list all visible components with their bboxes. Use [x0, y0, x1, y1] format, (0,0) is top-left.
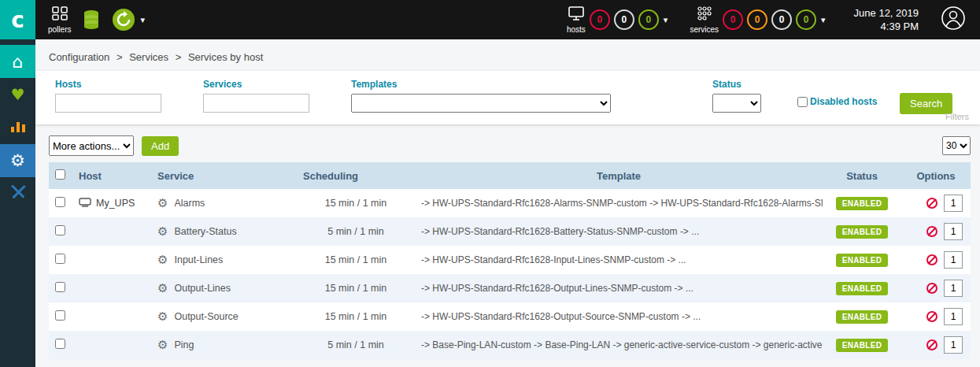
- service-name[interactable]: Input-Lines: [174, 254, 223, 265]
- duplicate-count-input[interactable]: [944, 251, 963, 269]
- home-icon: ⌂: [13, 52, 24, 72]
- service-name[interactable]: Output-Lines: [174, 283, 231, 294]
- sidebar-item-configuration[interactable]: ⚙: [0, 144, 35, 177]
- services-warning-counter[interactable]: 0: [747, 9, 767, 30]
- user-profile-icon[interactable]: [941, 6, 966, 34]
- hosts-menu[interactable]: hosts: [567, 6, 586, 34]
- host-name: [72, 302, 151, 331]
- templates-filter-select[interactable]: [351, 94, 611, 113]
- disable-icon[interactable]: [926, 254, 937, 265]
- column-header-template[interactable]: Template: [415, 162, 823, 189]
- column-header-status[interactable]: Status: [823, 162, 901, 189]
- services-filter-input[interactable]: [203, 94, 309, 113]
- duplicate-count-input[interactable]: [944, 280, 963, 297]
- breadcrumb-separator: >: [116, 51, 123, 63]
- pollers-menu[interactable]: pollers: [48, 6, 71, 34]
- services-icon: [697, 6, 712, 24]
- hosts-status-group: hosts 0 0 0 ▾: [567, 6, 668, 34]
- add-button[interactable]: Add: [142, 136, 179, 156]
- row-checkbox[interactable]: [55, 310, 65, 321]
- column-header-service[interactable]: Service: [151, 162, 297, 189]
- hosts-down-counter[interactable]: 0: [590, 9, 610, 30]
- table-row: ⚙ Battery-Status 5 min / 1 min -> HW-UPS…: [49, 217, 971, 246]
- service-name[interactable]: Alarms: [174, 198, 205, 209]
- page-size-select[interactable]: 30: [942, 136, 971, 155]
- row-checkbox[interactable]: [55, 254, 65, 264]
- service-name[interactable]: Battery-Status: [174, 226, 236, 237]
- status-badge: ENABLED: [836, 282, 888, 295]
- centreon-logo[interactable]: c: [0, 0, 35, 39]
- sidebar-item-home[interactable]: ⌂: [0, 45, 35, 78]
- services-chevron-down-icon[interactable]: ▾: [821, 15, 826, 25]
- hosts-unreachable-counter[interactable]: 0: [614, 9, 634, 30]
- filter-panel: Hosts Services Templates Status Disabled…: [35, 71, 980, 124]
- topbar: c pollers ▾: [0, 0, 980, 39]
- hosts-filter-input[interactable]: [55, 94, 161, 113]
- more-actions-select[interactable]: More actions...: [49, 135, 134, 156]
- service-gear-icon: ⚙: [157, 224, 168, 239]
- poller-status-icon[interactable]: [112, 8, 135, 32]
- host-name: [72, 246, 151, 274]
- duplicate-count-input[interactable]: [944, 195, 963, 212]
- scheduling-value: 15 min / 1 min: [297, 246, 415, 274]
- services-label: services: [690, 25, 719, 34]
- disable-icon[interactable]: [926, 339, 937, 350]
- table-row: ⚙ Output-Lines 15 min / 1 min -> HW-UPS-…: [49, 274, 971, 302]
- services-filter-label: Services: [203, 79, 309, 90]
- services-critical-counter[interactable]: 0: [723, 9, 743, 30]
- status-badge: ENABLED: [836, 254, 888, 267]
- date-text: June 12, 2019: [854, 6, 919, 20]
- table-header-row: Host Service Scheduling Template Status …: [49, 162, 971, 189]
- host-name: [72, 331, 151, 359]
- disable-icon[interactable]: [926, 311, 937, 322]
- hosts-icon: [568, 6, 584, 24]
- duplicate-count-input[interactable]: [944, 336, 963, 354]
- row-checkbox[interactable]: [55, 339, 65, 349]
- column-header-scheduling[interactable]: Scheduling: [297, 162, 415, 189]
- database-icon[interactable]: [82, 9, 101, 30]
- sidebar-item-monitoring[interactable]: ♥: [0, 78, 35, 111]
- hosts-up-counter[interactable]: 0: [638, 9, 659, 30]
- services-unknown-counter[interactable]: 0: [771, 9, 792, 30]
- column-header-host[interactable]: Host: [72, 162, 151, 189]
- status-filter-select[interactable]: [712, 94, 761, 113]
- main-content: Configuration > Services > Services by h…: [35, 39, 980, 367]
- search-button[interactable]: Search: [900, 93, 952, 114]
- table-row: My_UPS ⚙ Alarms 15 min / 1 min -> HW-UPS…: [49, 189, 971, 217]
- scheduling-value: 15 min / 1 min: [297, 274, 415, 302]
- host-name: [72, 274, 151, 302]
- host-name[interactable]: My_UPS: [96, 198, 135, 209]
- status-badge: ENABLED: [836, 310, 888, 324]
- service-gear-icon: ⚙: [157, 253, 168, 267]
- breadcrumb-item-configuration[interactable]: Configuration: [49, 51, 109, 63]
- services-menu[interactable]: services: [690, 6, 719, 34]
- breadcrumb-item-services[interactable]: Services: [129, 51, 168, 63]
- sidebar-item-reporting[interactable]: [0, 111, 35, 144]
- filters-caption: Filters: [945, 112, 969, 121]
- row-checkbox[interactable]: [55, 197, 65, 207]
- template-chain: -> Base-Ping-LAN-custom -> Base-Ping-LAN…: [415, 331, 823, 359]
- scheduling-value: 15 min / 1 min: [297, 302, 415, 331]
- services-ok-counter[interactable]: 0: [796, 9, 816, 30]
- disabled-hosts-checkbox[interactable]: [797, 97, 808, 107]
- breadcrumb-item-services-by-host[interactable]: Services by host: [188, 51, 263, 63]
- hosts-chevron-down-icon[interactable]: ▾: [664, 15, 668, 25]
- service-name[interactable]: Output-Source: [174, 311, 238, 322]
- duplicate-count-input[interactable]: [944, 223, 963, 240]
- service-name[interactable]: Ping: [174, 339, 194, 350]
- templates-filter-label: Templates: [351, 79, 611, 90]
- status-badge: ENABLED: [836, 197, 888, 210]
- bar-chart-icon: [10, 119, 26, 136]
- actions-toolbar: More actions... Add 30: [35, 135, 980, 157]
- select-all-checkbox[interactable]: [55, 169, 65, 180]
- disable-icon[interactable]: [926, 226, 937, 237]
- services-status-group: services 0 0 0 0 ▾: [690, 6, 825, 34]
- disable-icon[interactable]: [926, 198, 937, 209]
- poller-chevron-down-icon[interactable]: ▾: [140, 15, 145, 25]
- sidebar-item-administration[interactable]: [0, 177, 35, 210]
- disable-icon[interactable]: [926, 283, 937, 294]
- column-header-options[interactable]: Options: [901, 162, 971, 189]
- duplicate-count-input[interactable]: [944, 308, 963, 325]
- row-checkbox[interactable]: [55, 225, 65, 235]
- row-checkbox[interactable]: [55, 282, 65, 292]
